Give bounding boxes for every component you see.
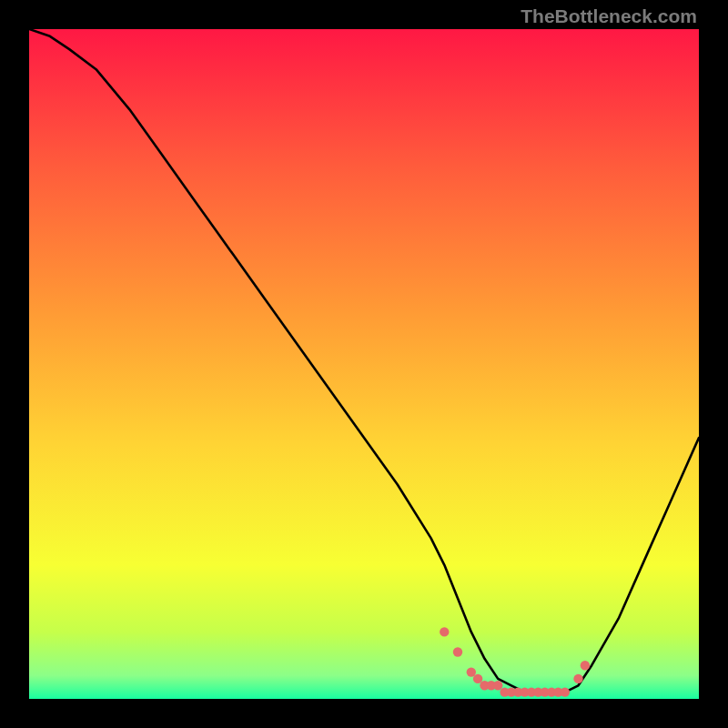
bottleneck-curve — [29, 29, 699, 693]
marker-dot — [440, 627, 449, 636]
marker-dot — [453, 647, 462, 656]
marker-dot — [493, 681, 502, 690]
marker-dot — [581, 661, 590, 670]
marker-dot — [573, 674, 582, 683]
watermark-text: TheBottleneck.com — [521, 5, 697, 27]
chart-overlay — [29, 29, 699, 699]
plot-area — [29, 29, 699, 699]
chart-container: TheBottleneck.com — [0, 0, 728, 728]
marker-dot — [473, 674, 482, 683]
marker-dot — [561, 687, 570, 696]
